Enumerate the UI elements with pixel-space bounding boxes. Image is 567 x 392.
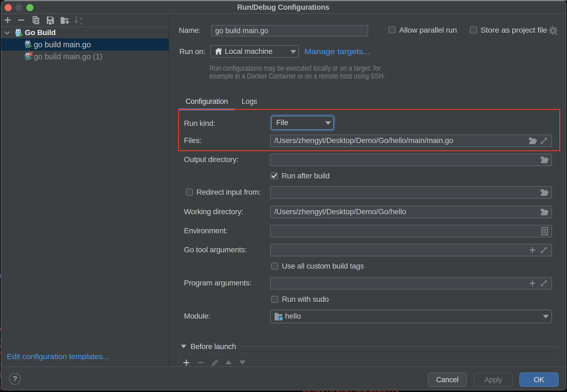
svg-text:z: z — [80, 21, 82, 25]
svg-text:a: a — [80, 16, 82, 20]
